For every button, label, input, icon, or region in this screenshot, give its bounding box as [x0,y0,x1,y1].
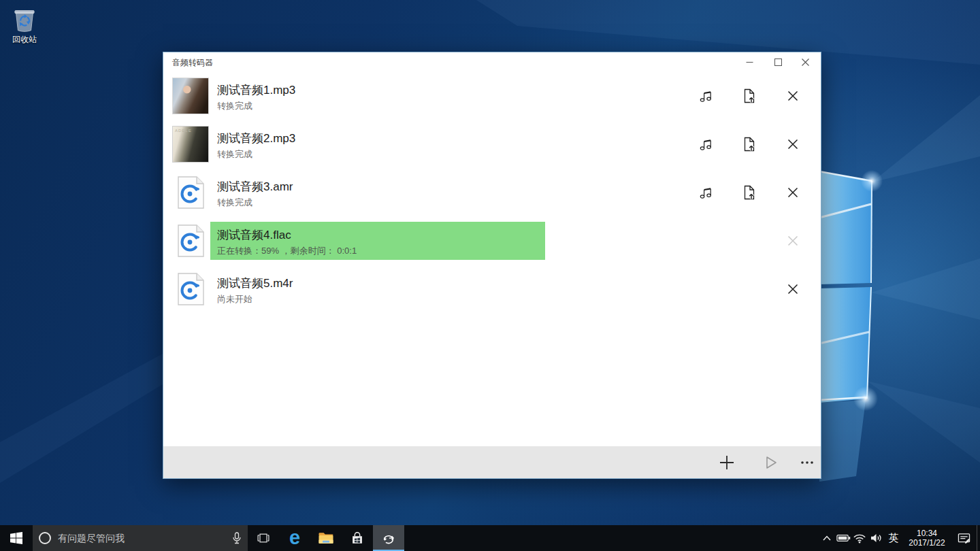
music-note-icon [698,88,715,104]
file-name: 测试音频5.m4r [217,276,293,291]
audio-file-icon [172,222,209,259]
remove-button[interactable] [785,88,801,104]
chevron-up-icon [822,535,832,541]
maximize-button[interactable] [764,52,791,71]
cortana-ring-icon [39,532,51,544]
battery-icon [836,533,851,543]
remove-icon [785,233,801,249]
file-status: 转换完成 [217,100,295,112]
album-art-portrait [172,78,209,114]
app-command-bar [163,446,821,478]
add-icon [718,454,736,471]
audio-converter-window: 音频转码器 测试音频1.mp3 转换完成 [163,52,821,479]
edge-icon: e [289,528,300,548]
clock-date: 2017/1/22 [904,538,949,548]
start-button[interactable] [0,525,33,551]
search-input[interactable] [56,532,248,544]
file-row[interactable]: ADELE 测试音频2.mp3 转换完成 [163,126,821,174]
taskbar-app-store[interactable] [342,525,373,551]
file-row[interactable]: 测试音频3.amr 转换完成 [163,174,821,222]
taskbar-app-file-explorer[interactable] [310,525,342,551]
file-list: 测试音频1.mp3 转换完成 [163,78,821,319]
file-name: 测试音频1.mp3 [217,83,295,98]
more-button[interactable] [798,454,816,471]
open-file-button[interactable] [741,136,757,152]
wifi-icon [853,533,866,544]
remove-icon [785,184,801,201]
maximize-icon [774,59,782,66]
clock-time: 10:34 [904,529,949,538]
tray-battery-button[interactable] [835,525,851,551]
open-file-icon [741,88,757,104]
file-name: 测试音频4.flac [217,228,357,243]
action-center-button[interactable] [951,525,977,551]
file-info: 测试音频5.m4r 尚未开始 [217,276,293,305]
window-titlebar[interactable]: 音频转码器 [163,52,821,71]
audio-file-icon [172,271,209,307]
file-status: 转换完成 [217,197,293,208]
tray-volume-button[interactable] [868,525,884,551]
window-title: 音频转码器 [172,57,213,69]
close-button[interactable] [791,52,819,71]
open-file-button[interactable] [741,88,757,104]
file-status: 尚未开始 [217,293,293,305]
file-thumbnail [172,222,209,259]
file-row[interactable]: 测试音频4.flac 正在转换：59% ，剩余时间： 0:0:1 [163,222,821,271]
system-tray: 英 10:34 2017/1/22 [819,525,980,551]
desktop: 回收站 音频转码器 测试音频1.mp3 [0,0,980,551]
taskbar-app-audio-converter[interactable] [373,525,404,551]
show-desktop-button[interactable] [977,525,980,551]
remove-button[interactable] [785,136,801,152]
file-info: 测试音频1.mp3 转换完成 [217,83,295,112]
minimize-icon [746,59,753,66]
recycle-bin-icon [11,5,38,33]
recycle-bin-label: 回收站 [7,34,42,46]
file-info: 测试音频4.flac 正在转换：59% ，剩余时间： 0:0:1 [217,228,357,256]
folder-icon [318,531,334,545]
volume-icon [870,533,883,544]
album-art-adele: ADELE [172,126,209,163]
remove-icon [785,136,801,152]
taskbar-clock[interactable]: 10:34 2017/1/22 [903,529,951,548]
file-name: 测试音频3.amr [217,180,293,195]
tray-chevron-up-button[interactable] [819,525,835,551]
file-row[interactable]: 测试音频1.mp3 转换完成 [163,78,821,126]
action-center-icon [958,533,970,544]
file-row[interactable]: 测试音频5.m4r 尚未开始 [163,271,821,319]
remove-icon [785,281,801,297]
recycle-bin[interactable]: 回收站 [7,5,42,46]
file-info: 测试音频2.mp3 转换完成 [217,131,295,160]
tray-network-button[interactable] [851,525,868,551]
add-files-button[interactable] [718,454,736,471]
play-button[interactable] [698,184,715,201]
microphone-icon[interactable] [232,532,242,544]
remove-icon [785,88,801,104]
convert-icon [381,531,396,545]
play-button[interactable] [698,88,715,104]
file-status: 转换完成 [217,148,295,160]
music-note-icon [698,136,715,152]
remove-button[interactable] [785,184,801,201]
file-thumbnail [172,174,209,211]
file-status: 正在转换：59% ，剩余时间： 0:0:1 [217,245,357,256]
start-conversion-button[interactable] [762,454,779,471]
minimize-button[interactable] [736,52,763,71]
open-file-icon [741,184,757,201]
file-thumbnail [172,271,209,307]
taskbar: e [0,525,980,551]
taskbar-app-edge[interactable]: e [279,525,310,551]
ime-indicator[interactable]: 英 [884,525,903,551]
start-conversion-icon [762,454,779,471]
file-thumbnail [172,78,209,114]
more-icon [798,454,816,471]
remove-button[interactable] [785,281,801,297]
close-icon [802,59,809,66]
play-button[interactable] [698,136,715,152]
store-icon [350,531,365,546]
file-name: 测试音频2.mp3 [217,131,295,146]
windows-logo-icon [10,532,22,544]
music-note-icon [698,184,715,201]
search-box[interactable] [33,525,248,551]
open-file-button[interactable] [741,184,757,201]
task-view-button[interactable] [248,525,279,551]
